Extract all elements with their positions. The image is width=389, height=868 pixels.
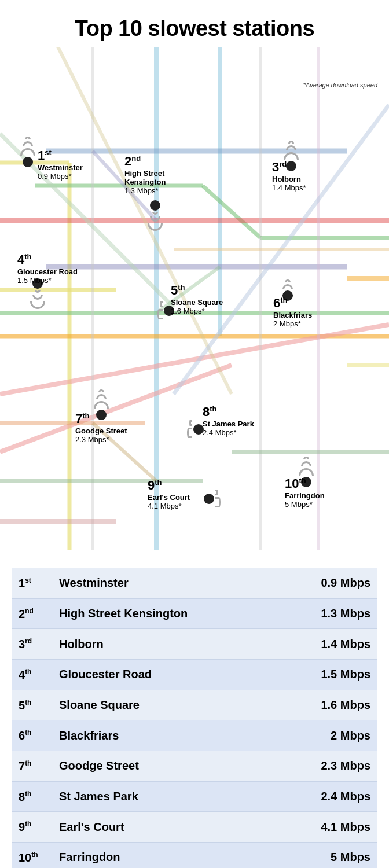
table-row: 4th Gloucester Road 1.5 Mbps: [12, 659, 377, 690]
rank-cell: 2nd: [12, 598, 52, 629]
station-label-4: 4th Gloucester Road 1.5 Mbps*: [17, 252, 78, 285]
name-cell: Sloane Square: [52, 690, 308, 720]
station-label-3: 3rd Holborn 1.4 Mbps*: [272, 160, 306, 192]
rankings-table: 1st Westminster 0.9 Mbps 2nd High Street…: [12, 568, 377, 868]
speed-cell: 4.1 Mbps: [308, 812, 377, 843]
table-section: 1st Westminster 0.9 Mbps 2nd High Street…: [0, 550, 389, 868]
rank-cell: 4th: [12, 659, 52, 690]
speed-cell: 1.6 Mbps: [308, 690, 377, 720]
table-row: 2nd High Street Kensington 1.3 Mbps: [12, 598, 377, 629]
page-title: Top 10 slowest stations: [0, 0, 389, 47]
table-row: 1st Westminster 0.9 Mbps: [12, 568, 377, 599]
average-note: *Average download speed: [303, 82, 377, 89]
station-label-1: 1st Westminster 0.9 Mbps*: [38, 148, 83, 181]
name-cell: Blackfriars: [52, 720, 308, 751]
speed-cell: 1.3 Mbps: [308, 598, 377, 629]
table-row: 7th Goodge Street 2.3 Mbps: [12, 751, 377, 781]
rank-cell: 5th: [12, 690, 52, 720]
name-cell: Farringdon: [52, 842, 308, 868]
station-label-10: 10th Farringdon 5 Mbps*: [285, 476, 325, 509]
table-row: 6th Blackfriars 2 Mbps: [12, 720, 377, 751]
speed-cell: 2.4 Mbps: [308, 781, 377, 812]
rank-cell: 8th: [12, 781, 52, 812]
speed-cell: 2 Mbps: [308, 720, 377, 751]
wifi-icon-8: [187, 420, 204, 438]
rank-cell: 3rd: [12, 629, 52, 660]
speed-cell: 5 Mbps: [308, 842, 377, 868]
rank-cell: 9th: [12, 812, 52, 843]
wifi-icon-2: [148, 200, 163, 231]
speed-cell: 2.3 Mbps: [308, 751, 377, 781]
station-label-2: 2nd High Street Kensington 1.3 Mbps*: [124, 154, 166, 195]
name-cell: Earl's Court: [52, 812, 308, 843]
station-label-6: 6th Blackfriars 2 Mbps*: [273, 296, 312, 328]
wifi-icon-1: [20, 137, 35, 167]
station-label-9: 9th Earl's Court 4.1 Mbps*: [148, 478, 190, 510]
svg-line-8: [203, 186, 260, 238]
table-row: 3rd Holborn 1.4 Mbps: [12, 629, 377, 660]
name-cell: Holborn: [52, 629, 308, 660]
table-row: 9th Earl's Court 4.1 Mbps: [12, 812, 377, 843]
map-section: *Average download speed 1st Westminster …: [0, 47, 389, 550]
rank-cell: 6th: [12, 720, 52, 751]
name-cell: High Street Kensington: [52, 598, 308, 629]
speed-cell: 0.9 Mbps: [308, 568, 377, 599]
rank-cell: 10th: [12, 842, 52, 868]
station-label-8: 8th St James Park 2.4 Mbps*: [203, 404, 254, 437]
speed-cell: 1.4 Mbps: [308, 629, 377, 660]
table-row: 8th St James Park 2.4 Mbps: [12, 781, 377, 812]
name-cell: Gloucester Road: [52, 659, 308, 690]
rank-cell: 1st: [12, 568, 52, 599]
station-label-7: 7th Goodge Street 2.3 Mbps*: [75, 411, 127, 444]
speed-cell: 1.5 Mbps: [308, 659, 377, 690]
station-label-5: 5th Sloane Square 1.6 Mbps*: [171, 283, 223, 315]
name-cell: St James Park: [52, 781, 308, 812]
table-row: 10th Farringdon 5 Mbps: [12, 842, 377, 868]
table-row: 5th Sloane Square 1.6 Mbps: [12, 690, 377, 720]
wifi-icon-9: [204, 490, 221, 507]
name-cell: Westminster: [52, 568, 308, 599]
rank-cell: 7th: [12, 751, 52, 781]
name-cell: Goodge Street: [52, 751, 308, 781]
